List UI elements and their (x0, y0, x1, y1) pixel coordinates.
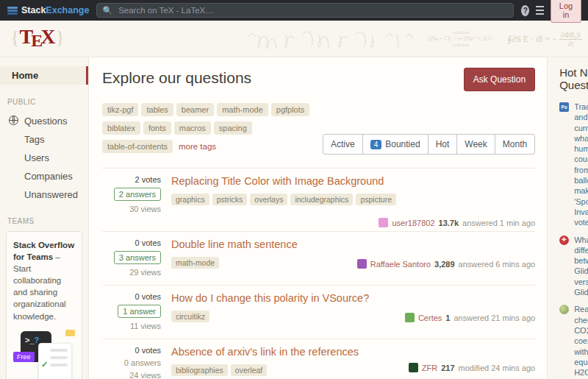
search-input[interactable] (117, 5, 508, 15)
teams-promo-card: Stack Overflow for Teams – Start collabo… (6, 231, 82, 379)
bountied-count-badge: 4 (370, 140, 382, 149)
view-count: 30 views (129, 205, 161, 213)
teams-card-body: – Start collaborating and sharing organi… (13, 252, 66, 320)
reputation: 13.7k (439, 219, 459, 227)
hot-network-questions: Hot Network Questions PoTraditionally, a… (548, 57, 588, 379)
tag-filter[interactable]: fonts (143, 121, 171, 135)
left-navigation: Home PUBLIC Questions Tags Users Compani… (0, 57, 88, 379)
tag-filter[interactable]: spacing (214, 121, 252, 135)
sidebar-item-unanswered[interactable]: Unanswered (0, 185, 88, 204)
answer-count: 0 answers (124, 358, 161, 367)
tag-filter[interactable]: biblatex (102, 121, 140, 135)
main-content: Explore our questions Ask Question tikz-… (88, 57, 548, 379)
header-equations-decoration: oxidation 2Na + Cl₂ ⟶ 2Na⁺ + 2Cl⁻ reduct… (245, 29, 582, 49)
question-tag[interactable]: pstricks (212, 194, 248, 205)
teams-section-label: TEAMS (7, 217, 88, 225)
tab-week[interactable]: Week (456, 135, 494, 154)
worldbuilding-site-icon (559, 305, 569, 314)
question-tag[interactable]: math-mode (171, 257, 219, 269)
tengwar-script-decoration (245, 29, 415, 49)
tag-filter[interactable]: macros (174, 121, 211, 135)
hot-question-link[interactable]: ✈What is the difference between Glidepat… (559, 235, 588, 298)
public-section-label: PUBLIC (7, 98, 88, 106)
tag-filter[interactable]: math-mode (217, 103, 268, 116)
avatar[interactable] (409, 363, 418, 372)
vote-count: 0 votes (135, 238, 161, 247)
question-filter-tabs: Active 4Bountied Hot Week Month (323, 134, 535, 155)
activity-time: answered 21 mins ago (453, 314, 535, 322)
chat-bubble-icon (65, 330, 75, 336)
answer-count: 3 answers (114, 251, 161, 264)
tag-filter[interactable]: pgfplots (271, 103, 310, 116)
question-title-link[interactable]: Absence of arxiv's link in the reference… (171, 346, 535, 358)
activity-time: modified 24 mins ago (459, 364, 536, 372)
vote-count: 0 votes (135, 346, 161, 355)
user-link[interactable]: Raffaele Santoro (370, 260, 431, 269)
teams-illustration: >_? Free ✓ (13, 330, 75, 379)
aviation-site-icon: ✈ (559, 235, 569, 245)
logo-exchange: Exchange (46, 5, 89, 15)
avatar[interactable] (357, 259, 367, 269)
page-title: Explore our questions (102, 69, 251, 87)
tag-filter-cloud: tikz-pgftablesbeamermath-modepgfplotsbib… (102, 102, 323, 157)
question-title-link[interactable]: How do I change this polarity in VSource… (171, 292, 535, 304)
question-tag[interactable]: overleaf (231, 364, 267, 376)
question-tag[interactable]: includegraphics (290, 194, 353, 205)
vote-count: 0 votes (135, 292, 161, 301)
sidebar-item-users[interactable]: Users (0, 149, 88, 167)
avatar[interactable] (379, 218, 388, 227)
sidebar-item-companies[interactable]: Companies (0, 167, 88, 185)
question-tag[interactable]: circuitikz (171, 311, 209, 322)
hot-question-link[interactable]: Reality check: Polar CO2 lakes coexistin… (559, 304, 588, 378)
site-switcher-icon[interactable] (536, 6, 544, 15)
question-tag[interactable]: bibliographies (171, 364, 228, 376)
question-row: 2 votes 2 answers 30 views Replacing Tit… (102, 168, 535, 231)
chemistry-equation-decoration: oxidation 2Na + Cl₂ ⟶ 2Na⁺ + 2Cl⁻ reduct… (428, 30, 494, 48)
question-tag[interactable]: graphics (171, 194, 209, 205)
view-count: 11 views (130, 322, 161, 330)
tab-bountied[interactable]: 4Bountied (362, 135, 428, 154)
politics-site-icon: Po (559, 102, 569, 112)
ask-question-button[interactable]: Ask Question (464, 68, 535, 91)
reputation: 1 (445, 314, 450, 322)
tag-filter[interactable]: tikz-pgf (102, 103, 138, 116)
user-link[interactable]: ZFR (422, 364, 437, 372)
sidebar-item-tags[interactable]: Tags (0, 130, 88, 149)
sidebar-item-questions[interactable]: Questions (0, 112, 88, 130)
answer-count: 1 answer (118, 305, 161, 318)
help-icon[interactable]: ? (521, 5, 529, 16)
user-link[interactable]: Certes (418, 314, 442, 322)
stackexchange-logo[interactable]: StackExchange (7, 5, 89, 15)
view-count: 24 views (129, 371, 161, 379)
tag-filter[interactable]: beamer (176, 103, 214, 116)
question-title-link[interactable]: Replacing Title Color with Image Backgro… (171, 175, 535, 187)
question-row: 0 votes 0 answers 24 views Absence of ar… (102, 339, 535, 379)
question-tag[interactable]: pspicture (356, 194, 396, 205)
hot-question-link[interactable]: PoTraditionally, and currently, what sto… (559, 102, 588, 228)
search-icon: 🔍 (102, 7, 112, 15)
user-link[interactable]: user187802 (392, 219, 434, 227)
search-bar[interactable]: 🔍 (96, 3, 514, 18)
logo-stack: Stack (21, 5, 46, 15)
tag-filter[interactable]: tables (141, 103, 173, 116)
top-bar: StackExchange 🔍 ? Log in Sign up (0, 0, 588, 21)
teams-card-title: Stack Overflow for Teams (13, 241, 74, 261)
sidebar-item-home[interactable]: Home (0, 66, 88, 85)
login-button[interactable]: Log in (551, 0, 581, 23)
checklist-card-icon: ✓ (38, 343, 72, 379)
avatar[interactable] (405, 313, 415, 322)
tab-active[interactable]: Active (323, 135, 362, 154)
tag-filter[interactable]: table-of-contents (102, 140, 173, 153)
question-list: 2 votes 2 answers 30 views Replacing Tit… (102, 168, 535, 379)
site-header: {TEX} oxidation 2Na + Cl₂ ⟶ 2Na⁺ + 2Cl⁻ … (0, 21, 588, 57)
free-tag: Free (13, 352, 35, 362)
tab-hot[interactable]: Hot (428, 135, 457, 154)
hot-network-title: Hot Network Questions (559, 66, 588, 91)
tab-month[interactable]: Month (495, 135, 534, 154)
tex-site-logo[interactable]: {TEX} (10, 25, 65, 49)
more-tags-link[interactable]: more tags (179, 142, 216, 151)
vote-count: 2 votes (135, 175, 161, 184)
question-tag[interactable]: overlays (250, 194, 287, 205)
question-title-link[interactable]: Double line math sentence (171, 238, 535, 250)
view-count: 29 views (129, 268, 161, 277)
